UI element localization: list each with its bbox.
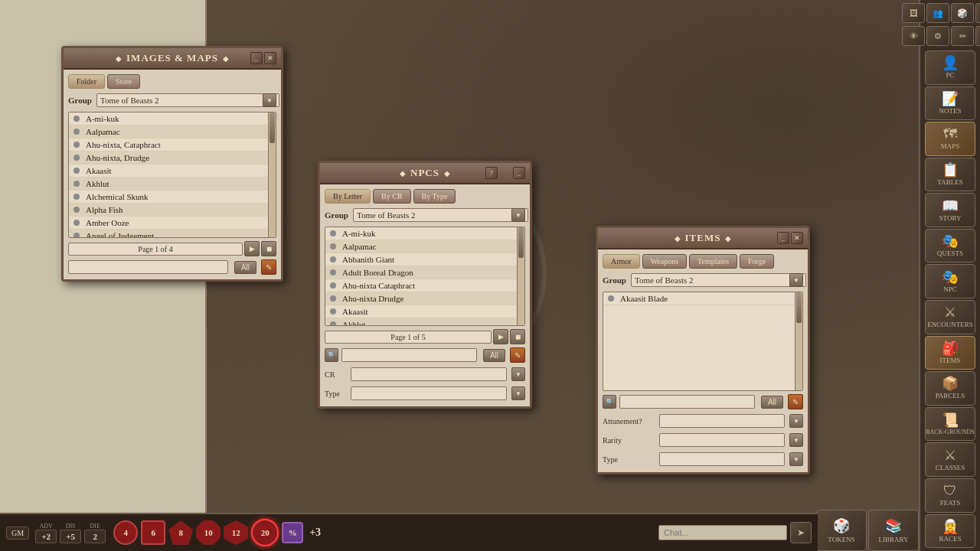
rarity-input[interactable] xyxy=(659,433,785,447)
sidebar-icon-4[interactable]: ✕ xyxy=(975,3,980,23)
sidebar-icon-2[interactable]: 👥 xyxy=(926,3,949,23)
items-minimize-btn[interactable]: _ xyxy=(777,232,789,244)
tab-store[interactable]: Store xyxy=(107,74,140,89)
tab-forge[interactable]: Forge xyxy=(740,254,774,269)
sidebar-icon-8[interactable]: 🧍 xyxy=(975,26,980,46)
tab-folder[interactable]: Folder xyxy=(68,74,105,89)
npcs-scrollbar[interactable] xyxy=(517,227,524,325)
sidebar-icon-7[interactable]: ✏ xyxy=(951,26,974,46)
items-type-input[interactable] xyxy=(659,452,785,466)
items-type-select-arrow[interactable]: ▼ xyxy=(789,452,803,466)
sidebar-icon-3[interactable]: 🎲 xyxy=(951,3,974,23)
list-item[interactable]: Alpha Fish xyxy=(69,204,268,217)
sidebar-item-tables[interactable]: 📋 TABLES xyxy=(925,158,975,192)
sidebar-item-classes[interactable]: ⚔ CLASSES xyxy=(925,442,975,477)
list-item[interactable]: Akhlut xyxy=(69,178,268,191)
dis-value[interactable]: +5 xyxy=(60,530,81,543)
dice-d4[interactable]: 4 xyxy=(113,520,138,545)
items-scrollbar[interactable] xyxy=(795,292,802,390)
sidebar-item-notes[interactable]: 📝 NOTES xyxy=(925,86,975,121)
items-group-select[interactable]: Tome of Beasts 2 xyxy=(631,273,806,287)
list-item[interactable]: Adult Boreal Dragon xyxy=(325,266,517,279)
search-btn-npcs[interactable]: 🔍 xyxy=(325,348,338,362)
cr-select-arrow[interactable]: ▼ xyxy=(511,367,525,381)
last-page-btn[interactable]: ◼ xyxy=(261,241,276,256)
dice-d8[interactable]: 8 xyxy=(168,520,193,545)
library-btn[interactable]: 📚 LIBRARY xyxy=(868,510,919,551)
action-btn-npcs[interactable]: ✎ xyxy=(510,347,525,363)
tab-weapons[interactable]: Weapons xyxy=(642,254,687,269)
dice-custom[interactable]: % xyxy=(282,522,303,543)
tab-templates[interactable]: Templates xyxy=(689,254,737,269)
search-input-images[interactable] xyxy=(68,260,228,274)
list-item[interactable]: Aalpamac xyxy=(325,240,517,253)
action-btn-items[interactable]: ✎ xyxy=(788,394,803,409)
images-maps-scrollbar[interactable] xyxy=(268,112,276,237)
sidebar-icon-1[interactable]: 🖼 xyxy=(902,3,925,23)
sidebar-icon-6[interactable]: ⚙ xyxy=(926,26,949,46)
items-close-btn[interactable]: ✕ xyxy=(791,232,803,244)
sidebar-item-items[interactable]: 🎒 ITEMS xyxy=(925,336,975,370)
list-item[interactable]: Akaasit Blade xyxy=(603,292,795,305)
list-item[interactable]: Akaasit xyxy=(69,165,268,178)
list-item[interactable]: Alchemical Skunk xyxy=(69,191,268,204)
images-maps-close-btn[interactable]: ✕ xyxy=(264,52,276,64)
rarity-select-arrow[interactable]: ▼ xyxy=(789,433,803,447)
sidebar-item-feats[interactable]: 🛡 FEATS xyxy=(925,478,975,513)
npcs-next-btn[interactable]: ▶ xyxy=(493,329,508,344)
sidebar-icon-5[interactable]: 👁 xyxy=(902,26,925,46)
type-input[interactable] xyxy=(351,386,507,400)
sidebar-item-story[interactable]: 📖 STORY xyxy=(925,193,975,227)
adv-value[interactable]: +2 xyxy=(35,530,57,543)
dice-d12[interactable]: 12 xyxy=(224,520,248,545)
npcs-minimize-btn[interactable]: _ xyxy=(513,167,525,179)
tokens-btn[interactable]: 🎲 TOKENS xyxy=(816,510,867,551)
group-select[interactable]: Tome of Beasts 2 xyxy=(96,93,279,107)
type-select-arrow[interactable]: ▼ xyxy=(511,386,525,400)
all-btn-npcs[interactable]: All xyxy=(483,349,505,362)
sidebar-item-maps[interactable]: 🗺 MAPS xyxy=(925,122,975,156)
cr-input[interactable] xyxy=(351,367,507,381)
npcs-group-select[interactable]: Tome of Beasts 2 xyxy=(353,208,528,222)
chat-send-btn[interactable]: ➤ xyxy=(790,522,812,543)
attunement-input[interactable] xyxy=(659,414,785,428)
sidebar-item-quests[interactable]: 🎭 QUESTS xyxy=(925,229,975,263)
sidebar-item-npc[interactable]: 🎭 NPC xyxy=(925,264,975,298)
dice-d6[interactable]: 6 xyxy=(141,520,165,545)
list-item[interactable]: Ahu-nixta, Cataphract xyxy=(69,139,268,152)
sidebar-item-encounters[interactable]: ⚔ ENCOUNTERS xyxy=(925,300,975,334)
die-value[interactable]: 2 xyxy=(84,530,106,543)
tab-by-letter[interactable]: By Letter xyxy=(325,189,371,204)
sidebar-item-pc[interactable]: 👤 PC xyxy=(925,51,975,85)
search-input-npcs[interactable] xyxy=(341,348,477,362)
list-item[interactable]: Aalpamac xyxy=(69,126,268,139)
tab-by-type[interactable]: By Type xyxy=(413,189,456,204)
search-input-items[interactable] xyxy=(619,395,755,409)
list-item[interactable]: Ahu-nixta, Drudge xyxy=(69,152,268,165)
npcs-last-btn[interactable]: ◼ xyxy=(510,329,525,344)
sidebar-item-races[interactable]: 🧝 RACES xyxy=(925,514,975,549)
sidebar-item-parcels[interactable]: 📦 PARCELS xyxy=(925,371,975,406)
all-btn-images[interactable]: All xyxy=(234,261,256,274)
dice-d10[interactable]: 10 xyxy=(196,520,220,545)
tab-armor[interactable]: Armor xyxy=(603,254,640,269)
chat-input[interactable] xyxy=(658,525,787,540)
list-item[interactable]: Ahu-nixta Cataphract xyxy=(325,279,517,292)
dice-d20[interactable]: 20 xyxy=(251,519,279,546)
list-item[interactable]: Ahu-nixta Drudge xyxy=(325,292,517,305)
list-item[interactable]: A-mi-kuk xyxy=(325,227,517,240)
action-btn-images[interactable]: ✎ xyxy=(261,259,276,275)
next-page-btn[interactable]: ▶ xyxy=(244,241,260,256)
list-item[interactable]: A-mi-kuk xyxy=(69,112,268,126)
images-maps-minimize-btn[interactable]: _ xyxy=(250,52,263,64)
attunement-select-arrow[interactable]: ▼ xyxy=(789,414,803,428)
list-item[interactable]: Angel of Judgement xyxy=(69,230,268,238)
list-item[interactable]: Abbanith Giant xyxy=(325,253,517,266)
search-btn-items[interactable]: 🔍 xyxy=(603,395,616,409)
list-item[interactable]: Amber Ooze xyxy=(69,217,268,230)
list-item[interactable]: Akhlut xyxy=(325,318,517,326)
tab-by-cr[interactable]: By CR xyxy=(373,189,411,204)
all-btn-items[interactable]: All xyxy=(761,396,783,409)
npcs-help-btn[interactable]: ? xyxy=(485,167,498,179)
sidebar-item-backgrounds[interactable]: 📜 BACK-GROUNDS xyxy=(925,407,975,442)
